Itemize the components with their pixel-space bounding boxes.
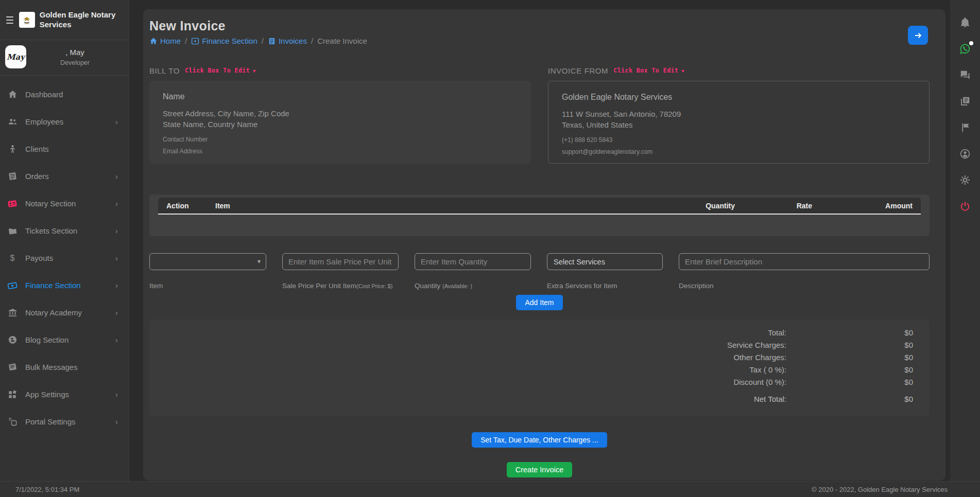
item-select[interactable]: [149, 253, 266, 270]
footer-timestamp: 7/1/2022, 5:01:34 PM: [15, 486, 79, 493]
sidebar-header: Golden Eagle Notary Services: [0, 0, 129, 40]
sale-price-label: Sale Price Per Unit Item(Cost Price: $): [282, 282, 399, 290]
breadcrumb-home[interactable]: Home: [149, 37, 181, 45]
column-action: Action: [166, 202, 215, 210]
invoice-from-contact: (+1) 888 620 5843: [562, 136, 916, 144]
invoice-from-address: 111 W Sunset, San Antonio, 78209 Texas, …: [562, 109, 916, 130]
description-input[interactable]: [679, 253, 930, 270]
create-invoice-button[interactable]: Create Invoice: [507, 462, 573, 477]
add-item-button[interactable]: Add Item: [516, 295, 562, 310]
net-total-row: Net Total:$0: [149, 393, 913, 405]
service-charges-row: Service Charges:$0: [149, 339, 913, 351]
breadcrumb-invoices[interactable]: Invoices: [268, 37, 307, 45]
column-quantity: Quantity: [673, 202, 735, 210]
breadcrumb-create-invoice: Create Invoice: [317, 37, 367, 45]
invoice-from-label: INVOICE FROM: [548, 66, 608, 75]
hamburger-menu-icon[interactable]: [5, 13, 14, 27]
whatsapp-icon[interactable]: [959, 43, 971, 55]
sidebar-item-finance-section[interactable]: Finance Section: [0, 272, 129, 299]
sidebar-item-blog-section[interactable]: Blog Section: [0, 326, 129, 353]
footer-copyright: © 2020 - 2022, Golden Eagle Notary Servi…: [812, 486, 948, 493]
bill-to-label: BILL TO: [149, 66, 180, 75]
sidebar-item-bulk-messages[interactable]: Bulk Messages: [0, 353, 129, 381]
widgets-icon: [7, 389, 18, 400]
sidebar-item-employees[interactable]: Employees: [0, 108, 129, 135]
blogger-icon: [7, 335, 18, 345]
set-tax-button[interactable]: Set Tax, Due Date, Other Charges ...: [472, 432, 607, 448]
chevron-right-icon: [115, 281, 122, 290]
bank-icon: [7, 308, 18, 318]
chevron-right-icon: [115, 418, 122, 426]
total-row: Total:$0: [149, 326, 913, 339]
item-label: Item: [149, 282, 266, 290]
services-multiselect[interactable]: Select Services: [547, 253, 663, 270]
chevron-right-icon: [115, 200, 122, 208]
power-icon[interactable]: [959, 201, 971, 212]
sidebar-item-notary-academy[interactable]: Notary Academy: [0, 299, 129, 326]
avatar[interactable]: May: [5, 45, 26, 68]
main-content: New Invoice Home / Finance Section / Inv…: [143, 9, 945, 481]
portal-icon: [7, 417, 18, 427]
user-name: , May: [26, 48, 124, 57]
person-icon: [7, 144, 18, 154]
sidebar-item-app-settings[interactable]: App Settings: [0, 381, 129, 408]
quantity-input[interactable]: [415, 253, 531, 270]
folder-icon: [7, 226, 18, 236]
eagle-logo-icon: [21, 14, 32, 26]
whatsapp-badge-dot: [969, 41, 973, 45]
orders-icon: [7, 171, 18, 182]
people-icon: [7, 117, 18, 127]
page-header: New Invoice Home / Finance Section / Inv…: [149, 19, 930, 45]
company-logo: [19, 12, 35, 28]
forward-arrow-button[interactable]: [908, 26, 928, 45]
user-panel[interactable]: May , May Developer: [0, 40, 129, 76]
copy-icon[interactable]: [959, 96, 971, 107]
banknote-icon: [191, 37, 199, 45]
chevron-right-icon: [115, 336, 122, 344]
invoice-from-email: support@goldeneaglenotary.com: [562, 148, 916, 155]
bill-to-card[interactable]: Name Street Address, City Name, Zip Code…: [149, 81, 531, 164]
invoice-from-edit-hint[interactable]: Click Box To Edit: [613, 67, 684, 74]
parties-row: BILL TO Click Box To Edit Name Street Ad…: [149, 66, 930, 164]
right-icon-rail: [950, 0, 980, 481]
chevron-right-icon: [115, 309, 122, 317]
items-table-header: Action Item Quantity Rate Amount: [158, 198, 921, 215]
id-card-icon: [7, 199, 18, 209]
sidebar-item-tickets-section[interactable]: Tickets Section: [0, 217, 129, 244]
column-rate: Rate: [735, 202, 812, 210]
invoice-items-panel: Action Item Quantity Rate Amount: [149, 194, 930, 236]
description-label: Description: [679, 282, 930, 290]
breadcrumb: Home / Finance Section / Invoices / Crea…: [149, 37, 930, 45]
tax-row: Tax ( 0 %):$0: [149, 363, 913, 376]
invoice-from-card[interactable]: Golden Eagle Notary Services 111 W Sunse…: [548, 81, 930, 164]
invoice-from-section: INVOICE FROM Click Box To Edit Golden Ea…: [548, 66, 930, 164]
column-item: Item: [215, 202, 673, 210]
sidebar-item-clients[interactable]: Clients: [0, 135, 129, 163]
account-icon[interactable]: [959, 148, 971, 159]
sidebar-item-orders[interactable]: Orders: [0, 163, 129, 190]
settings-icon[interactable]: [959, 174, 971, 186]
sidebar-item-payouts[interactable]: Payouts: [0, 244, 129, 272]
banknote-icon: [7, 280, 18, 291]
invoice-icon: [268, 37, 276, 45]
item-form-labels: Item Sale Price Per Unit Item(Cost Price…: [149, 282, 930, 290]
chevron-right-icon: [115, 227, 122, 235]
quantity-label: Quantity (Available: ): [415, 282, 531, 290]
sidebar-item-portal-settings[interactable]: Portal Settings: [0, 408, 129, 435]
column-amount: Amount: [812, 202, 913, 210]
bulk-messages-icon: [7, 362, 18, 372]
bill-to-name: Name: [163, 92, 518, 101]
notifications-icon[interactable]: [959, 17, 971, 28]
sale-price-input[interactable]: [282, 253, 399, 270]
dollar-icon: [7, 253, 18, 263]
chevron-right-icon: [115, 118, 122, 126]
sidebar-item-dashboard[interactable]: Dashboard: [0, 81, 129, 108]
bill-to-edit-hint[interactable]: Click Box To Edit: [185, 67, 256, 74]
arrow-right-icon: [914, 31, 923, 40]
breadcrumb-finance-section[interactable]: Finance Section: [191, 37, 257, 45]
chat-icon[interactable]: [959, 69, 971, 81]
item-form-row: Select Services: [149, 253, 930, 270]
sidebar-item-notary-section[interactable]: Notary Section: [0, 190, 129, 217]
flag-icon[interactable]: [959, 122, 971, 133]
app-title: Golden Eagle Notary Services: [40, 10, 124, 30]
